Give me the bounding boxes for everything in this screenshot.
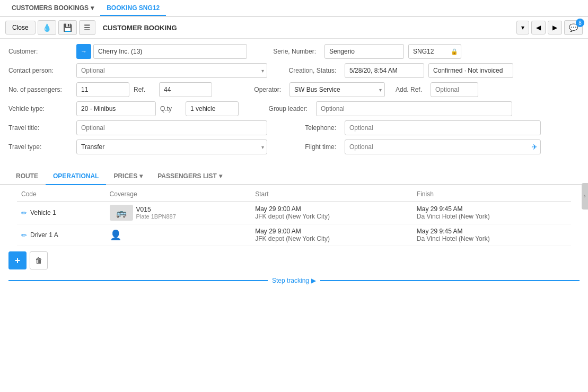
lock-icon: 🔒 — [451, 48, 458, 55]
operator-label: Operator: — [216, 86, 285, 93]
operator-input[interactable] — [289, 82, 385, 97]
creation-input[interactable] — [345, 63, 424, 78]
close-label: Close — [12, 24, 29, 31]
nav-customers-bookings[interactable]: CUSTOMERS BOOKINGS ▾ — [5, 1, 100, 15]
toolbar-title: CUSTOMER BOOKING — [98, 24, 514, 32]
add-ref-input[interactable] — [431, 82, 478, 97]
vehicle-name: V015 — [136, 206, 176, 213]
driver-code-cell: ✏ Driver 1 A — [17, 224, 106, 246]
vehicle-finish-location: Da Vinci Hotel (New York) — [417, 213, 567, 220]
toolbar: Close 💧 💾 ☰ CUSTOMER BOOKING ▾ ◀ ▶ 💬 8 — [0, 17, 588, 39]
vehicle-start-time: May 29 9:00 AM — [255, 205, 408, 213]
status-input[interactable] — [428, 63, 513, 78]
form-area: Customer: → Serie, Number: 🔒 Contact per… — [0, 39, 588, 164]
step-line-right — [320, 280, 580, 281]
vehicle-thumbnail: 🚌 — [110, 205, 133, 221]
vehicle-finish-time: May 29 9:45 AM — [417, 205, 567, 213]
travel-type-input[interactable] — [76, 140, 267, 154]
table-row: ✏ Driver 1 A 👤 May 29 9:00 AM JFK depot … — [17, 224, 571, 246]
table-row: ✏ Vehicle 1 🚌 V015 Plate 1BPN887 May 29 … — [17, 202, 571, 224]
contact-row: Contact person: ▾ Creation, Status: — [8, 63, 580, 78]
plane-icon: ✈ — [531, 143, 538, 151]
save-button[interactable]: 💾 — [58, 20, 77, 35]
driver-finish-location: Da Vinci Hotel (New York) — [417, 235, 567, 242]
driver-start-location: JFK depot (New York City) — [255, 235, 408, 242]
telephone-label: Telephone: — [271, 124, 340, 132]
qty-input[interactable] — [186, 101, 239, 116]
serie-input[interactable] — [324, 44, 404, 59]
tab-passengers-list[interactable]: PASSENGERS LIST ▾ — [150, 168, 230, 185]
passengers-dropdown-icon: ▾ — [219, 172, 222, 180]
travel-type-row: Travel type: ▾ Flight time: ✈ — [8, 140, 580, 154]
chevron-left-icon: ◀ — [536, 24, 541, 31]
driver-finish-time: May 29 9:45 AM — [417, 228, 567, 235]
tabs-bar: ROUTE OPERATIONAL PRICES ▾ PASSENGERS LI… — [0, 168, 588, 185]
customer-label: Customer: — [8, 48, 72, 55]
droplet-icon: 💧 — [42, 23, 51, 32]
passengers-label: No. of passengers: — [8, 86, 72, 93]
comment-button[interactable]: 💬 8 — [564, 20, 583, 35]
route-table: Code Coverage Start Finish ✏ Vehicle 1 🚌 — [17, 187, 571, 246]
col-header-finish: Finish — [413, 187, 571, 202]
top-nav: CUSTOMERS BOOKINGS ▾ BOOKING SNG12 — [0, 0, 588, 17]
nav-booking-sng12[interactable]: BOOKING SNG12 — [100, 1, 166, 16]
flight-time-input[interactable] — [345, 140, 541, 154]
travel-title-input[interactable] — [76, 120, 267, 135]
contact-label: Contact person: — [8, 67, 72, 74]
prices-dropdown-icon: ▾ — [139, 172, 143, 180]
qty-label: Q.ty — [160, 105, 181, 112]
plus-icon: + — [15, 255, 21, 266]
save-icon: 💾 — [63, 23, 72, 32]
add-row-button[interactable]: + — [8, 251, 27, 269]
driver-finish-cell: May 29 9:45 AM Da Vinci Hotel (New York) — [413, 224, 571, 246]
collapse-handle[interactable]: › — [582, 183, 588, 210]
close-button[interactable]: Close — [5, 21, 36, 34]
contact-input[interactable] — [76, 63, 267, 78]
water-icon-button[interactable]: 💧 — [38, 20, 56, 35]
flight-time-label: Flight time: — [271, 143, 340, 151]
driver-person-icon: 👤 — [110, 230, 121, 240]
delete-row-button[interactable]: 🗑 — [30, 251, 48, 269]
driver-coverage-cell: 👤 — [106, 224, 251, 246]
customer-row: Customer: → Serie, Number: 🔒 — [8, 44, 580, 59]
chevron-down-icon: ▾ — [521, 24, 524, 31]
next-button[interactable]: ▶ — [548, 21, 562, 34]
vehicle-code-cell: ✏ Vehicle 1 — [17, 202, 106, 224]
travel-title-label: Travel title: — [8, 124, 72, 132]
step-tracking-label[interactable]: Step tracking ▶ — [272, 277, 316, 284]
customer-input[interactable] — [93, 44, 247, 59]
vehicle-start-location: JFK depot (New York City) — [255, 213, 408, 220]
group-leader-label: Group leader: — [243, 105, 312, 112]
tab-route[interactable]: ROUTE — [8, 168, 46, 185]
dropdown-button[interactable]: ▾ — [516, 21, 529, 34]
tab-operational[interactable]: OPERATIONAL — [46, 168, 106, 185]
serie-number-label: Serie, Number: — [251, 48, 320, 55]
edit-vehicle-icon[interactable]: ✏ — [21, 209, 27, 217]
passengers-row: No. of passengers: Ref. Operator: ▾ Add.… — [8, 82, 580, 97]
vehicle-plate: Plate 1BPN887 — [136, 213, 176, 220]
col-header-start: Start — [251, 187, 413, 202]
passengers-input[interactable] — [76, 82, 129, 97]
telephone-input[interactable] — [345, 120, 541, 135]
vehicle-type-label: Vehicle type: — [8, 105, 72, 112]
group-leader-input[interactable] — [316, 101, 512, 116]
tab-prices[interactable]: PRICES ▾ — [106, 168, 150, 185]
ref-input[interactable] — [159, 82, 212, 97]
trash-icon: 🗑 — [35, 256, 42, 265]
toolbar-right: ▾ ◀ ▶ 💬 8 — [516, 20, 583, 35]
edit-driver-icon[interactable]: ✏ — [21, 231, 27, 239]
prev-button[interactable]: ◀ — [531, 21, 546, 34]
driver-start-time: May 29 9:00 AM — [255, 228, 408, 235]
action-buttons: + 🗑 — [0, 246, 588, 275]
travel-title-row: Travel title: Telephone: — [8, 120, 580, 135]
col-header-code: Code — [17, 187, 106, 202]
add-ref-label: Add. Ref. — [389, 86, 426, 93]
menu-icon: ☰ — [84, 23, 91, 32]
driver-start-cell: May 29 9:00 AM JFK depot (New York City) — [251, 224, 413, 246]
comment-badge: 8 — [576, 19, 584, 27]
vehicle-type-input[interactable] — [76, 101, 156, 116]
travel-type-label: Travel type: — [8, 143, 72, 151]
vehicle-start-cell: May 29 9:00 AM JFK depot (New York City) — [251, 202, 413, 224]
menu-button[interactable]: ☰ — [79, 20, 95, 35]
customer-arrow-btn[interactable]: → — [76, 44, 91, 59]
